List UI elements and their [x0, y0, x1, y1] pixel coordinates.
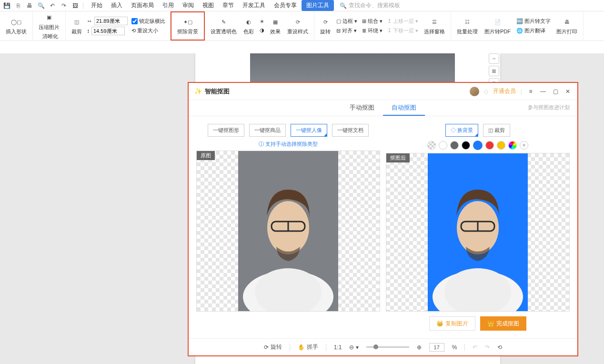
feedback-link[interactable]: 参与抠图改进计划: [528, 104, 570, 111]
redo-button[interactable]: ↷: [485, 344, 490, 351]
tab-layout[interactable]: 页面布局: [127, 0, 158, 11]
swatch-red[interactable]: [485, 141, 494, 150]
cutout-doc-button[interactable]: 一键抠文档: [332, 124, 369, 137]
tab-insert[interactable]: 插入: [107, 0, 126, 11]
wrap-button[interactable]: ≣ 环绕 ▾: [361, 27, 383, 35]
save-icon[interactable]: 💾: [3, 2, 10, 10]
translate-button[interactable]: 🌐 图片翻译: [515, 27, 552, 35]
dimension-inputs: ↔ ↕: [87, 17, 128, 35]
zoom-out-button[interactable]: ⊖ ▾: [349, 344, 358, 351]
insert-shape-button[interactable]: ◯▢插入形状: [4, 16, 29, 36]
avatar[interactable]: [470, 87, 479, 96]
tab-start[interactable]: 开始: [87, 0, 106, 11]
swatch-rainbow[interactable]: [508, 141, 517, 150]
reset-button[interactable]: ⟲: [497, 344, 502, 351]
tab-picture-tools[interactable]: 图片工具: [302, 0, 334, 11]
modal-footer: ⟳旋转 ✋抓手 1:1 ⊖ ▾ ⊕ 17 % ↶ ↷ ⟲: [189, 338, 577, 355]
minimize-icon[interactable]: ―: [539, 88, 547, 95]
tab-review[interactable]: 审阅: [179, 0, 198, 11]
change-bg-button[interactable]: ◇ 换背景: [445, 124, 478, 137]
label: 清晰化: [42, 33, 58, 40]
footer-rotate[interactable]: ⟳旋转: [264, 343, 282, 351]
move-down-button[interactable]: ↧ 下移一层 ▾: [386, 27, 419, 35]
color-button[interactable]: ◐色彩: [242, 16, 256, 36]
tab-dev[interactable]: 开发工具: [239, 0, 269, 11]
brightness-icon[interactable]: ☀: [259, 18, 265, 25]
tab-chapter[interactable]: 章节: [219, 0, 238, 11]
swatch-blue[interactable]: [473, 141, 483, 150]
footer-hand[interactable]: ✋抓手: [298, 343, 318, 351]
original-canvas[interactable]: 原图: [196, 151, 380, 312]
combine-button[interactable]: ⊞ 组合 ▾: [361, 17, 383, 25]
lock-ratio-checkbox[interactable]: 锁定纵横比: [131, 17, 166, 25]
copy-pic-button[interactable]: 👑复制图片: [429, 316, 475, 331]
compress-pic-button[interactable]: ▣压缩图片: [37, 11, 61, 32]
width-input[interactable]: [94, 17, 128, 25]
undo-button[interactable]: ↶: [473, 344, 477, 351]
swatch-white[interactable]: [439, 141, 447, 150]
command-search[interactable]: 🔍查找命令、搜索模板: [340, 1, 400, 10]
person-svg: [428, 173, 528, 311]
picture-icon[interactable]: 🖼: [71, 2, 79, 10]
zoom-in-button[interactable]: ⊕: [417, 344, 422, 351]
crop-button[interactable]: ◫裁剪: [70, 16, 84, 36]
print-pic-button[interactable]: 🖶图片打印: [554, 16, 579, 36]
align-button[interactable]: ⊟ 对齐 ▾: [335, 27, 358, 35]
open-vip-link[interactable]: 开通会员: [493, 87, 516, 95]
clarity-button[interactable]: 清晰化: [40, 32, 60, 41]
menu-icon[interactable]: ≡: [527, 88, 534, 95]
reset-size-button[interactable]: ⟲重设大小: [131, 27, 166, 35]
swatch-add[interactable]: +: [520, 141, 528, 150]
label: 设置透明色: [211, 28, 237, 35]
to-pdf-button[interactable]: 📄图片转PDF: [483, 16, 513, 36]
tab-refs[interactable]: 引用: [159, 0, 178, 11]
swatch-yellow[interactable]: [497, 141, 505, 150]
export-icon[interactable]: ⎘: [14, 2, 22, 10]
cutout-portrait-button[interactable]: 一键抠人像: [291, 124, 327, 137]
redo-icon[interactable]: ↷: [60, 2, 68, 10]
effects-button[interactable]: ▦效果: [268, 16, 282, 36]
to-text-button[interactable]: 🔤 图片转文字: [515, 17, 552, 25]
reset-style-button[interactable]: ⟳重设样式: [285, 16, 310, 36]
swatch-black[interactable]: [462, 141, 470, 150]
close-icon[interactable]: ✕: [564, 88, 572, 95]
tab-manual[interactable]: 手动抠图: [341, 101, 383, 116]
contrast-icon[interactable]: ◑: [259, 27, 265, 34]
label: 压缩图片: [39, 24, 60, 31]
tab-vip[interactable]: 会员专享: [270, 0, 301, 11]
slider-thumb[interactable]: [373, 344, 378, 349]
cutout-product-button[interactable]: 一键抠商品: [249, 124, 286, 137]
batch-button[interactable]: ☷批量处理: [455, 16, 480, 36]
tab-auto[interactable]: 自动抠图: [383, 101, 425, 116]
print-pic-icon: 🖶: [562, 17, 572, 27]
move-up-button[interactable]: ↥ 上移一层 ▾: [386, 17, 419, 25]
group-arrange: ⟳旋转 ▢ 边框 ▾ ⊟ 对齐 ▾ ⊞ 组合 ▾ ≣ 环绕 ▾ ↥ 上移一层 ▾…: [314, 11, 451, 40]
undo-icon[interactable]: ↶: [49, 2, 56, 10]
swatch-gray[interactable]: [450, 141, 459, 150]
footer-1to1[interactable]: 1:1: [334, 344, 342, 351]
print-icon[interactable]: 🖶: [26, 2, 33, 10]
preview-icon[interactable]: 🔍: [37, 2, 45, 10]
crop-result-button[interactable]: ◫ 裁剪: [483, 124, 510, 137]
original-label: 原图: [197, 151, 215, 160]
set-transparent-button[interactable]: ✎设置透明色: [209, 16, 239, 36]
remove-bg-button[interactable]: ✦▢抠除背景: [175, 16, 200, 36]
result-canvas[interactable]: 抠图后: [386, 153, 570, 312]
zoom-slider[interactable]: [366, 346, 409, 348]
tab-view[interactable]: 视图: [199, 0, 218, 11]
maximize-icon[interactable]: ▢: [552, 88, 559, 95]
crown-icon: 👑: [436, 320, 443, 327]
rotate-button[interactable]: ⟳旋转: [318, 16, 332, 36]
search-placeholder: 查找命令、搜索模板: [349, 1, 400, 10]
zoom-out-icon[interactable]: −: [489, 53, 499, 64]
zoom-value[interactable]: 17: [429, 343, 444, 352]
cutout-shape-button[interactable]: 一键抠图形: [208, 124, 244, 137]
properties-icon[interactable]: ≣: [489, 66, 499, 76]
border-button[interactable]: ▢ 边框 ▾: [335, 17, 358, 25]
select-pane-button[interactable]: ☰选择窗格: [422, 16, 447, 36]
arrange-col1: ▢ 边框 ▾ ⊟ 对齐 ▾: [335, 17, 358, 35]
swatch-transparent[interactable]: [427, 141, 436, 150]
finish-button[interactable]: 👑完成抠图: [480, 316, 526, 331]
lock-ratio-input[interactable]: [131, 18, 138, 24]
height-input[interactable]: [91, 27, 125, 35]
